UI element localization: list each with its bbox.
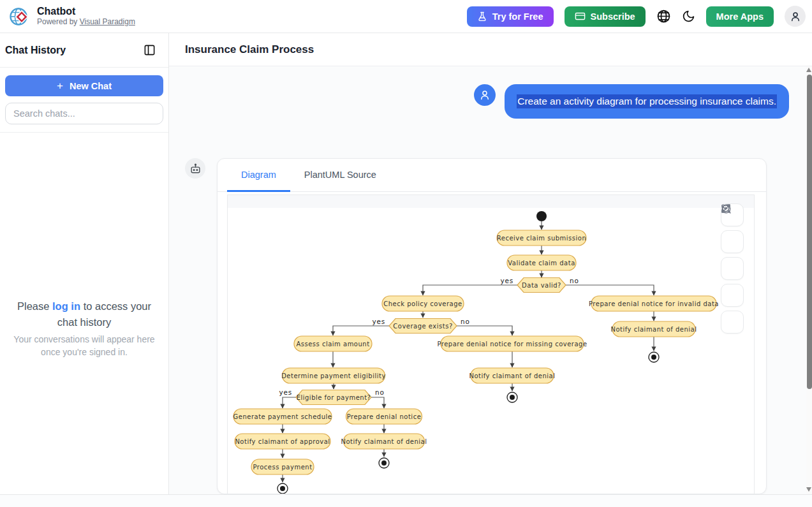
canvas-controls bbox=[721, 203, 744, 334]
activity-node: Check policy coverage bbox=[382, 296, 464, 311]
fit-view-button[interactable] bbox=[721, 284, 744, 307]
visual-paradigm-logo-icon bbox=[8, 5, 31, 28]
activity-node: Prepare denial notice for missing covera… bbox=[437, 336, 587, 351]
diagram-panel: Diagram PlantUML Source yesnoyesnoyesnoR… bbox=[217, 158, 767, 494]
chat-main: Insurance Claim Process Create an activi… bbox=[169, 33, 812, 494]
search-chats-input[interactable] bbox=[5, 103, 163, 124]
decision-node: Eligible for payment? bbox=[296, 390, 371, 405]
node-label: Check policy coverage bbox=[383, 300, 462, 307]
activity-diagram: yesnoyesnoyesnoReceive claim submissionV… bbox=[228, 195, 756, 494]
activity-node: Process payment bbox=[251, 459, 314, 474]
try-for-free-button[interactable]: Try for Free bbox=[467, 6, 554, 27]
activity-node: Notify claimant of denial bbox=[469, 368, 555, 383]
try-for-free-label: Try for Free bbox=[492, 11, 543, 22]
brand: Chatbot Powered by Visual Paradigm bbox=[8, 5, 135, 28]
user-message-avatar bbox=[474, 84, 496, 106]
node-label: Prepare denial notice for invalid data bbox=[589, 300, 719, 307]
log-in-link[interactable]: log in bbox=[52, 300, 80, 312]
more-apps-button[interactable]: More Apps bbox=[706, 6, 774, 27]
user-message-row: Create an activity diagram for processin… bbox=[169, 84, 789, 119]
sidebar-title: Chat History bbox=[5, 45, 66, 56]
node-label: Notify claimant of denial bbox=[469, 372, 555, 379]
tab-diagram[interactable]: Diagram bbox=[227, 159, 290, 192]
flow-edge bbox=[423, 285, 517, 295]
login-prompt-subtext: Your conversations will appear here once… bbox=[10, 333, 158, 359]
more-apps-label: More Apps bbox=[716, 11, 764, 22]
end-node bbox=[277, 483, 288, 494]
activity-node: Prepare denial notice for invalid data bbox=[589, 296, 719, 311]
powered-by: Powered by Visual Paradigm bbox=[37, 18, 135, 27]
credit-card-icon bbox=[575, 11, 586, 22]
end-node bbox=[649, 352, 659, 362]
zoom-out-button[interactable] bbox=[721, 230, 744, 253]
visual-paradigm-link[interactable]: Visual Paradigm bbox=[80, 17, 135, 26]
node-label: Notify claimant of denial bbox=[341, 438, 427, 445]
robot-icon bbox=[189, 163, 202, 175]
panel-left-icon bbox=[144, 44, 156, 56]
flow-edge bbox=[457, 326, 512, 335]
subscribe-label: Subscribe bbox=[591, 11, 635, 22]
dark-mode-toggle[interactable] bbox=[682, 10, 695, 23]
scroll-down-arrow-icon[interactable] bbox=[806, 487, 811, 492]
edge-label: yes bbox=[500, 277, 513, 284]
node-label: Receive claim submission bbox=[497, 235, 587, 242]
flow-edge bbox=[371, 397, 384, 408]
app-window: Chatbot Powered by Visual Paradigm Try f… bbox=[0, 0, 812, 507]
diagram-canvas[interactable]: yesnoyesnoyesnoReceive claim submissionV… bbox=[227, 195, 755, 494]
edge-label: yes bbox=[279, 388, 292, 396]
fullscreen-button[interactable] bbox=[721, 311, 744, 334]
node-label: Coverage exists? bbox=[393, 323, 452, 330]
user-message-bubble: Create an activity diagram for processin… bbox=[505, 84, 789, 119]
page-bottom-strip bbox=[0, 494, 812, 507]
panel-tabs: Diagram PlantUML Source bbox=[218, 159, 766, 192]
chat-history-sidebar: Chat History + New Chat P bbox=[0, 33, 169, 494]
language-globe-button[interactable] bbox=[656, 9, 671, 24]
fullscreen-icon bbox=[721, 203, 731, 214]
top-bar: Chatbot Powered by Visual Paradigm Try f… bbox=[0, 0, 812, 33]
subscribe-button[interactable]: Subscribe bbox=[565, 6, 646, 27]
activity-node: Generate payment schedule bbox=[233, 409, 332, 424]
activity-node: Assess claim amount bbox=[294, 336, 372, 351]
bot-message-row: Diagram PlantUML Source yesnoyesnoyesnoR… bbox=[185, 158, 812, 494]
node-label: Assess claim amount bbox=[296, 341, 369, 348]
profile-avatar-button[interactable] bbox=[785, 6, 806, 27]
start-node bbox=[536, 211, 547, 221]
flask-icon bbox=[477, 11, 487, 22]
user-icon bbox=[790, 11, 801, 22]
activity-node: Notify claimant of approval bbox=[235, 434, 330, 449]
bot-avatar bbox=[185, 158, 205, 179]
activity-node: Notify claimant of denial bbox=[341, 434, 427, 449]
node-label: Prepare denial notice for missing covera… bbox=[437, 341, 587, 348]
edge-label: no bbox=[461, 318, 470, 325]
end-node bbox=[507, 392, 517, 402]
user-message-text: Create an activity diagram for processin… bbox=[517, 94, 777, 108]
chat-scrollbar[interactable] bbox=[806, 66, 812, 494]
node-label: Data valid? bbox=[522, 282, 561, 289]
collapse-sidebar-button[interactable] bbox=[144, 44, 156, 56]
login-prompt: Please log in to access your chat histor… bbox=[0, 133, 168, 358]
activity-node: Notify claimant of denial bbox=[610, 321, 697, 337]
scrollbar-thumb[interactable] bbox=[807, 75, 812, 389]
page-title: Insurance Claim Process bbox=[185, 43, 314, 56]
end-node bbox=[379, 458, 389, 468]
node-label: Validate claim data bbox=[508, 260, 575, 267]
tab-plantuml-source[interactable]: PlantUML Source bbox=[290, 159, 390, 192]
edge-label: yes bbox=[372, 318, 385, 325]
new-chat-button[interactable]: + New Chat bbox=[5, 75, 163, 96]
activity-node: Receive claim submission bbox=[497, 230, 587, 246]
node-label: Notify claimant of approval bbox=[235, 438, 330, 445]
activity-node: Prepare denial notice bbox=[346, 409, 422, 424]
node-label: Eligible for payment? bbox=[297, 394, 371, 401]
reset-view-button[interactable] bbox=[721, 257, 744, 280]
flow-edge bbox=[566, 285, 654, 295]
user-icon bbox=[479, 89, 491, 101]
app-title: Chatbot bbox=[37, 6, 135, 17]
edge-label: no bbox=[375, 388, 385, 396]
scroll-up-arrow-icon[interactable] bbox=[806, 68, 811, 72]
edge-label: no bbox=[570, 277, 579, 284]
moon-icon bbox=[682, 10, 695, 23]
flow-edge bbox=[333, 326, 389, 335]
decision-node: Data valid? bbox=[517, 278, 566, 293]
decision-node: Coverage exists? bbox=[389, 319, 457, 334]
chat-scroll-area[interactable]: Create an activity diagram for processin… bbox=[169, 66, 812, 494]
